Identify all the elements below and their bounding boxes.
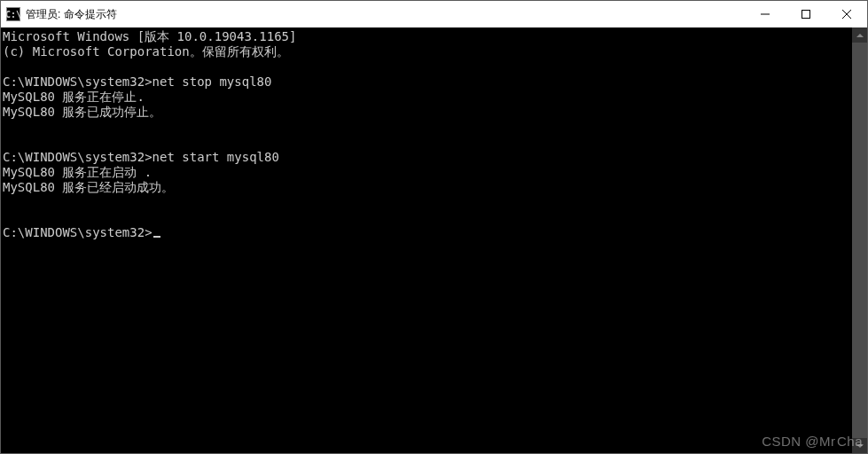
scroll-up-arrow[interactable]	[852, 27, 867, 43]
chevron-up-icon	[856, 34, 864, 37]
app-icon-label: C:\	[5, 10, 21, 20]
scroll-track[interactable]	[852, 43, 867, 438]
svg-marker-5	[856, 444, 864, 448]
maximize-icon	[802, 10, 810, 19]
close-button[interactable]	[826, 1, 867, 27]
minimize-icon	[761, 10, 770, 19]
close-icon	[842, 10, 851, 19]
terminal-output[interactable]: Microsoft Windows [版本 10.0.19043.1165] (…	[1, 27, 852, 453]
chevron-down-icon	[856, 444, 864, 448]
text-cursor	[153, 236, 160, 238]
scroll-down-arrow[interactable]	[852, 438, 867, 453]
vertical-scrollbar[interactable]	[852, 27, 867, 453]
svg-marker-4	[856, 34, 864, 37]
window-title: 管理员: 命令提示符	[26, 7, 745, 22]
command-prompt-window: C:\ 管理员: 命令提示符 Microsoft Windows [版本 10.…	[0, 0, 868, 454]
minimize-button[interactable]	[745, 1, 786, 27]
terminal-area: Microsoft Windows [版本 10.0.19043.1165] (…	[1, 27, 867, 453]
titlebar[interactable]: C:\ 管理员: 命令提示符	[1, 1, 867, 27]
scroll-thumb[interactable]	[852, 43, 867, 438]
maximize-button[interactable]	[786, 1, 826, 27]
window-controls	[745, 1, 867, 27]
svg-rect-1	[802, 11, 810, 19]
app-icon: C:\	[6, 7, 20, 21]
